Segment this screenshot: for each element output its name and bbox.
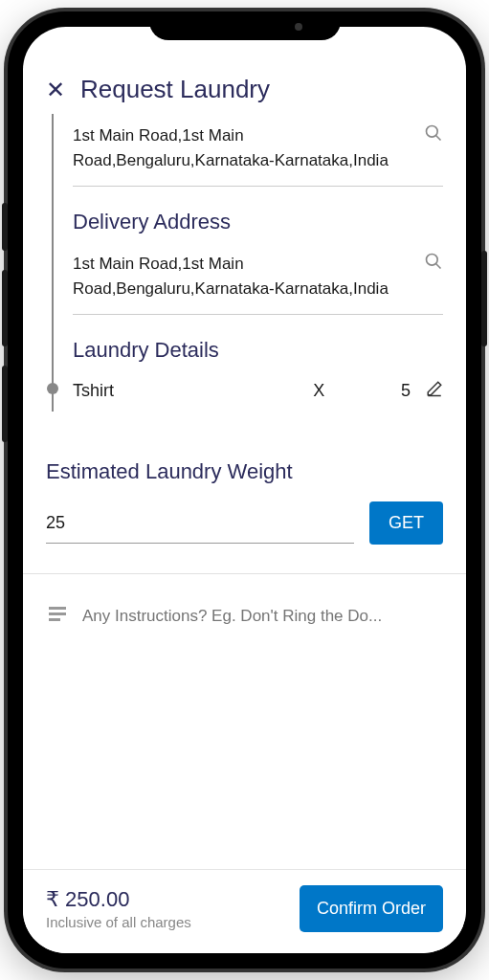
item-quantity: 5 [401, 381, 411, 401]
price-block: ₹ 250.00 Inclusive of all charges [46, 887, 191, 930]
close-icon[interactable]: ✕ [46, 77, 65, 103]
notes-icon [46, 603, 69, 630]
pickup-address-section: 1st Main Road,1st Main Road,Bengaluru,Ka… [73, 123, 443, 187]
svg-rect-6 [49, 612, 66, 615]
laundry-item-row: Tshirt X 5 [73, 380, 443, 412]
weight-title: Estimated Laundry Weight [46, 459, 443, 484]
pickup-address-text: 1st Main Road,1st Main Road,Bengaluru,Ka… [73, 123, 412, 172]
instructions-input[interactable] [82, 607, 443, 626]
page-title: Request Laundry [80, 75, 270, 104]
confirm-order-button[interactable]: Confirm Order [300, 885, 443, 932]
divider [23, 573, 466, 574]
laundry-details-title: Laundry Details [73, 338, 443, 363]
timeline-line [52, 114, 54, 412]
get-button[interactable]: GET [369, 501, 443, 545]
svg-line-1 [436, 136, 441, 141]
svg-line-3 [436, 264, 441, 269]
delivery-address-section: Delivery Address 1st Main Road,1st Main … [73, 210, 443, 315]
phone-frame: ✕ Request Laundry 1st Main Road,1st Main… [8, 11, 481, 969]
delivery-title: Delivery Address [73, 210, 443, 234]
footer: ₹ 250.00 Inclusive of all charges Confir… [23, 869, 466, 953]
svg-rect-5 [49, 607, 66, 610]
delivery-address-text: 1st Main Road,1st Main Road,Bengaluru,Ka… [73, 252, 412, 301]
svg-point-0 [427, 126, 438, 138]
timeline-content: 1st Main Road,1st Main Road,Bengaluru,Ka… [73, 123, 443, 412]
laundry-details-section: Laundry Details Tshirt X 5 [73, 338, 443, 412]
price-subtext: Inclusive of all charges [46, 914, 191, 930]
phone-side-button [2, 270, 8, 346]
search-icon[interactable] [424, 252, 443, 275]
timeline-dot-icon [47, 383, 58, 394]
total-price: ₹ 250.00 [46, 887, 191, 912]
phone-side-button [2, 366, 8, 442]
phone-side-button [481, 251, 487, 346]
content-area: ✕ Request Laundry 1st Main Road,1st Main… [23, 27, 466, 869]
instructions-row [46, 593, 443, 639]
edit-icon[interactable] [426, 380, 443, 402]
screen: ✕ Request Laundry 1st Main Road,1st Main… [23, 27, 466, 953]
svg-point-2 [427, 255, 438, 266]
svg-rect-7 [49, 618, 60, 621]
phone-notch [149, 11, 341, 40]
header: ✕ Request Laundry [46, 75, 443, 104]
search-icon[interactable] [424, 123, 443, 146]
weight-section: Estimated Laundry Weight GET [46, 459, 443, 545]
item-multiplier: X [237, 381, 402, 401]
weight-input[interactable] [46, 503, 354, 544]
timeline-container: 1st Main Road,1st Main Road,Bengaluru,Ka… [46, 123, 443, 412]
item-name: Tshirt [73, 381, 237, 401]
phone-side-button [2, 203, 8, 251]
